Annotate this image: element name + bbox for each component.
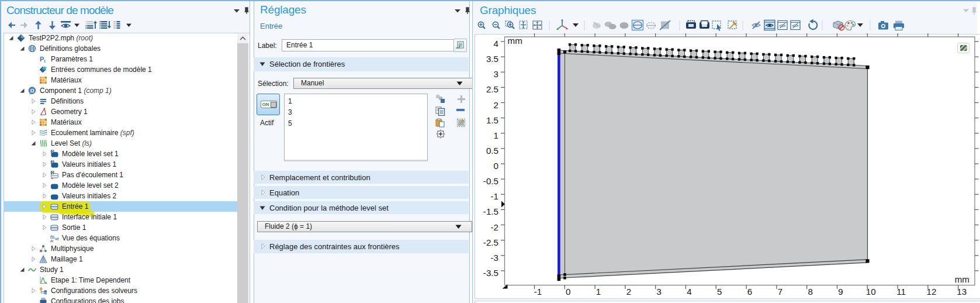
svg-text:Ω: Ω xyxy=(30,88,34,94)
svg-text:1.5: 1.5 xyxy=(486,115,498,125)
svg-text:3: 3 xyxy=(656,287,661,297)
svg-text:-1: -1 xyxy=(534,287,542,297)
svg-text:8: 8 xyxy=(808,287,812,297)
svg-text:mm: mm xyxy=(508,36,522,46)
svg-text:D: D xyxy=(51,150,54,153)
svg-text:∂t: ∂t xyxy=(50,239,53,242)
svg-text:i: i xyxy=(44,58,46,63)
svg-text:∂u: ∂u xyxy=(50,235,54,238)
svg-text:-1: -1 xyxy=(490,191,498,201)
svg-text:3: 3 xyxy=(494,69,498,79)
svg-text:D: D xyxy=(51,171,54,174)
svg-text:P: P xyxy=(40,56,44,63)
svg-text:1: 1 xyxy=(596,287,601,297)
svg-text:0: 0 xyxy=(566,287,570,297)
svg-text:0.5: 0.5 xyxy=(486,146,498,156)
svg-text:2: 2 xyxy=(626,287,631,297)
svg-text:4: 4 xyxy=(687,287,691,297)
svg-text:6: 6 xyxy=(747,287,752,297)
svg-text:4: 4 xyxy=(494,39,498,49)
svg-text:0: 0 xyxy=(494,161,498,171)
svg-text:mm: mm xyxy=(955,274,969,284)
svg-text:9: 9 xyxy=(838,287,843,297)
svg-text:10: 10 xyxy=(866,287,876,297)
svg-text:-3: -3 xyxy=(490,253,498,263)
svg-text:13: 13 xyxy=(957,287,967,297)
svg-text:7: 7 xyxy=(778,287,782,297)
svg-text:2: 2 xyxy=(494,100,498,110)
svg-text:11: 11 xyxy=(896,287,906,297)
svg-text:=f: =f xyxy=(55,237,58,241)
svg-text:-1.5: -1.5 xyxy=(483,206,498,216)
svg-text:2.5: 2.5 xyxy=(486,84,498,94)
svg-text:3.5: 3.5 xyxy=(486,54,498,64)
svg-text:-2.5: -2.5 xyxy=(483,237,498,247)
svg-text:-2: -2 xyxy=(490,222,498,232)
svg-text:5: 5 xyxy=(717,287,722,297)
svg-text:12: 12 xyxy=(926,287,936,297)
svg-text:D: D xyxy=(51,160,54,164)
svg-text:-3.5: -3.5 xyxy=(483,268,498,278)
svg-text:1: 1 xyxy=(494,130,498,140)
svg-text:-0.5: -0.5 xyxy=(483,176,498,186)
